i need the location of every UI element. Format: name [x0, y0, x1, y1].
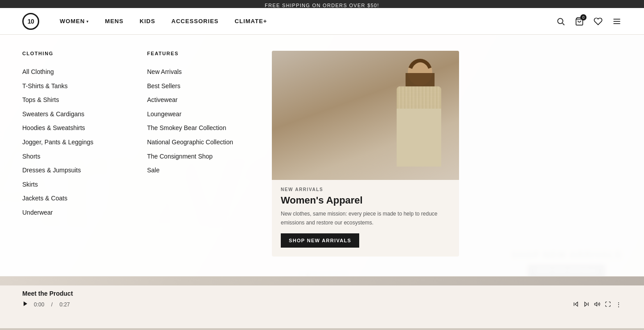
feature-new-arrivals[interactable]: New Arrivals	[147, 65, 245, 79]
svg-point-0	[558, 18, 563, 24]
menu-icon[interactable]	[612, 16, 622, 26]
nav-climate[interactable]: CLIMATE+	[235, 18, 267, 24]
navbar: 10 WOMEN ▾ MENS KIDS ACCESSORIES CLIMATE…	[0, 8, 644, 35]
feature-activewear[interactable]: Activewear	[147, 93, 245, 107]
promo-panel-image	[272, 51, 459, 180]
clothing-tops[interactable]: Tops & Shirts	[22, 93, 120, 107]
clothing-sweaters[interactable]: Sweaters & Cardigans	[22, 107, 120, 122]
promo-cta-button[interactable]: SHOP NEW ARRIVALS	[281, 233, 359, 248]
clothing-underwear[interactable]: Underwear	[22, 206, 120, 220]
features-column-title: Features	[147, 51, 245, 56]
fullscreen-button[interactable]	[605, 301, 611, 309]
cart-icon[interactable]: 0	[574, 16, 584, 26]
promo-description: New clothes, same mission: every piece i…	[281, 210, 450, 227]
feature-best-sellers[interactable]: Best Sellers	[147, 79, 245, 94]
svg-marker-11	[595, 302, 597, 306]
promo-title: Women's Apparel	[281, 195, 450, 206]
nav-icons: 0	[556, 16, 622, 26]
promo-panel-content: NEW ARRIVALS Women's Apparel New clothes…	[272, 180, 459, 257]
nav-accessories[interactable]: ACCESSORIES	[172, 18, 219, 24]
nav-mens[interactable]: MENS	[105, 18, 124, 24]
feature-consignment[interactable]: The Consignment Shop	[147, 150, 245, 164]
more-options-button[interactable]: ⋮	[615, 301, 622, 309]
dropdown-menu: Clothing All Clothing T-Shirts & Tanks T…	[0, 35, 644, 277]
video-progress-container[interactable]	[0, 328, 644, 330]
volume-button[interactable]	[594, 301, 600, 309]
video-bar: Meet the Product 0:00 / 0:27	[0, 285, 644, 330]
logo-circle: 10	[22, 13, 39, 30]
svg-marker-6	[24, 301, 27, 306]
feature-nat-geo[interactable]: National Geographic Collection	[147, 135, 245, 150]
nav-links: WOMEN ▾ MENS KIDS ACCESSORIES CLIMATE+	[60, 18, 556, 24]
clothing-jackets[interactable]: Jackets & Coats	[22, 191, 120, 206]
features-column: Features New Arrivals Best Sellers Activ…	[147, 51, 245, 257]
nav-women[interactable]: WOMEN ▾	[60, 18, 89, 24]
promo-panel: NEW ARRIVALS Women's Apparel New clothes…	[272, 51, 459, 257]
site-logo[interactable]: 10	[22, 13, 42, 30]
clothing-dresses[interactable]: Dresses & Jumpsuits	[22, 163, 120, 178]
promo-eyebrow: NEW ARRIVALS	[281, 187, 450, 192]
clothing-joggers[interactable]: Jogger, Pants & Leggings	[22, 135, 120, 150]
feature-loungewear[interactable]: Loungewear	[147, 107, 245, 122]
video-time-total: 0:27	[59, 301, 70, 308]
banner-text: FREE SHIPPING ON ORDERS OVER $50!	[265, 3, 379, 8]
video-controls: 0:00 / 0:27	[22, 301, 622, 309]
feature-smokey-bear[interactable]: The Smokey Bear Collection	[147, 121, 245, 135]
feature-sale[interactable]: Sale	[147, 163, 245, 178]
wishlist-icon[interactable]	[593, 16, 603, 26]
svg-marker-9	[585, 302, 587, 306]
chevron-down-icon: ▾	[86, 20, 89, 24]
search-icon[interactable]	[556, 16, 566, 26]
clothing-tshirts[interactable]: T-Shirts & Tanks	[22, 79, 120, 94]
rewind-button[interactable]	[573, 301, 579, 309]
cart-badge: 0	[580, 14, 587, 20]
clothing-skirts[interactable]: Skirts	[22, 178, 120, 192]
video-right-controls: ⋮	[573, 301, 622, 309]
svg-line-1	[562, 23, 564, 25]
clothing-column: Clothing All Clothing T-Shirts & Tanks T…	[22, 51, 120, 257]
play-button[interactable]	[22, 301, 29, 309]
video-time-current: 0:00	[34, 301, 44, 308]
clothing-hoodies[interactable]: Hoodies & Sweatshirts	[22, 121, 120, 135]
video-title: Meet the Product	[22, 290, 622, 297]
forward-button[interactable]	[583, 301, 590, 309]
clothing-column-title: Clothing	[22, 51, 120, 56]
video-time-sep: /	[49, 301, 54, 308]
svg-marker-7	[575, 302, 578, 306]
clothing-shorts[interactable]: Shorts	[22, 150, 120, 164]
clothing-all[interactable]: All Clothing	[22, 65, 120, 79]
nav-kids[interactable]: KIDS	[139, 18, 155, 24]
